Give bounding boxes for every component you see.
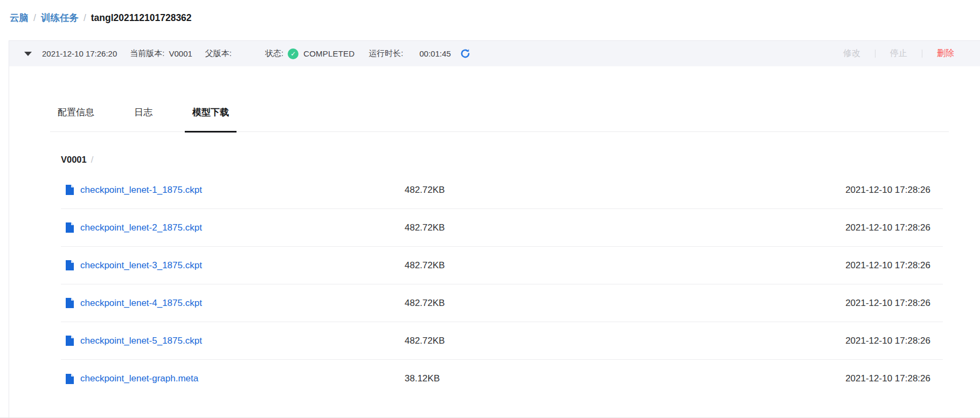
file-row: checkpoint_lenet-1_1875.ckpt 482.72KB 20… [61, 171, 943, 209]
file-link[interactable]: checkpoint_lenet-4_1875.ckpt [80, 298, 202, 309]
file-size: 38.12KB [405, 373, 845, 384]
file-name-cell: checkpoint_lenet-4_1875.ckpt [61, 297, 405, 309]
breadcrumb-separator: / [84, 12, 86, 24]
version-path-link[interactable]: V0001 [61, 155, 87, 165]
file-modified-time: 2021-12-10 17:28:26 [845, 260, 943, 271]
file-name-cell: checkpoint_lenet-5_1875.ckpt [61, 335, 405, 346]
tab-config-info[interactable]: 配置信息 [50, 106, 102, 131]
file-size: 482.72KB [405, 185, 845, 196]
breadcrumb: 云脑 / 训练任务 / tangl202112101728362 [10, 11, 192, 24]
file-modified-time: 2021-12-10 17:28:26 [845, 298, 943, 309]
file-row: checkpoint_lenet-graph.meta 38.12KB 2021… [61, 360, 943, 398]
file-name-cell: checkpoint_lenet-1_1875.ckpt [61, 184, 405, 196]
task-detail-card: 2021-12-10 17:26:20 当前版本: V0001 父版本: 状态:… [9, 40, 980, 417]
file-name-cell: checkpoint_lenet-2_1875.ckpt [61, 222, 405, 233]
check-circle-icon: ✓ [288, 48, 298, 59]
collapse-caret-icon[interactable] [24, 52, 32, 56]
file-row: checkpoint_lenet-3_1875.ckpt 482.72KB 20… [61, 247, 943, 284]
file-row: checkpoint_lenet-5_1875.ckpt 482.72KB 20… [61, 322, 943, 360]
file-link[interactable]: checkpoint_lenet-graph.meta [80, 373, 198, 384]
detail-tabs: 配置信息 日志 模型下载 [50, 66, 949, 132]
task-actions: 修改 停止 删除 [843, 48, 954, 59]
parent-version-label: 父版本: [205, 48, 232, 59]
duration-label: 运行时长: [369, 48, 403, 59]
task-status-bar: 2021-12-10 17:26:20 当前版本: V0001 父版本: 状态:… [9, 41, 980, 66]
file-row: checkpoint_lenet-4_1875.ckpt 482.72KB 20… [61, 284, 943, 322]
file-link[interactable]: checkpoint_lenet-2_1875.ckpt [80, 222, 202, 233]
document-icon [65, 335, 74, 346]
file-modified-time: 2021-12-10 17:28:26 [845, 373, 943, 384]
status-value: COMPLETED [303, 49, 355, 58]
path-separator: / [91, 155, 94, 165]
file-name-cell: checkpoint_lenet-graph.meta [61, 373, 405, 385]
file-size: 482.72KB [405, 222, 845, 233]
file-size: 482.72KB [405, 336, 845, 346]
document-icon [65, 297, 74, 309]
delete-button[interactable]: 删除 [937, 48, 954, 59]
document-icon [65, 222, 74, 233]
action-divider [922, 50, 922, 58]
file-link[interactable]: checkpoint_lenet-1_1875.ckpt [80, 185, 202, 196]
file-modified-time: 2021-12-10 17:28:26 [845, 185, 943, 196]
breadcrumb-link-training-tasks[interactable]: 训练任务 [41, 11, 79, 24]
current-version-value: V0001 [169, 49, 192, 58]
file-link[interactable]: checkpoint_lenet-3_1875.ckpt [80, 260, 202, 271]
document-icon [65, 260, 74, 271]
file-row: checkpoint_lenet-2_1875.ckpt 482.72KB 20… [61, 209, 943, 247]
document-icon [65, 184, 74, 196]
file-name-cell: checkpoint_lenet-3_1875.ckpt [61, 260, 405, 271]
breadcrumb-link-cloudbrain[interactable]: 云脑 [10, 11, 29, 24]
file-modified-time: 2021-12-10 17:28:26 [845, 222, 943, 233]
modify-button[interactable]: 修改 [843, 48, 860, 59]
stop-button[interactable]: 停止 [890, 48, 907, 59]
tab-logs[interactable]: 日志 [127, 106, 160, 131]
breadcrumb-separator: / [33, 12, 36, 24]
file-modified-time: 2021-12-10 17:28:26 [845, 336, 943, 346]
file-table: checkpoint_lenet-1_1875.ckpt 482.72KB 20… [61, 171, 943, 398]
file-link[interactable]: checkpoint_lenet-5_1875.ckpt [80, 336, 202, 346]
document-icon [65, 373, 74, 385]
file-size: 482.72KB [405, 298, 845, 309]
current-version-label: 当前版本: [130, 48, 164, 59]
task-detail-body: 配置信息 日志 模型下载 V0001 / checkpoint_lenet-1_… [9, 66, 980, 398]
task-created-time: 2021-12-10 17:26:20 [42, 49, 117, 58]
breadcrumb-current-task-name: tangl202112101728362 [91, 12, 192, 24]
refresh-icon[interactable] [460, 48, 471, 59]
action-divider [875, 50, 875, 58]
duration-value: 00:01:45 [420, 49, 451, 58]
tab-model-download[interactable]: 模型下载 [185, 106, 237, 131]
model-path-row: V0001 / [61, 155, 949, 165]
status-label: 状态: [265, 48, 283, 59]
file-size: 482.72KB [405, 260, 845, 271]
